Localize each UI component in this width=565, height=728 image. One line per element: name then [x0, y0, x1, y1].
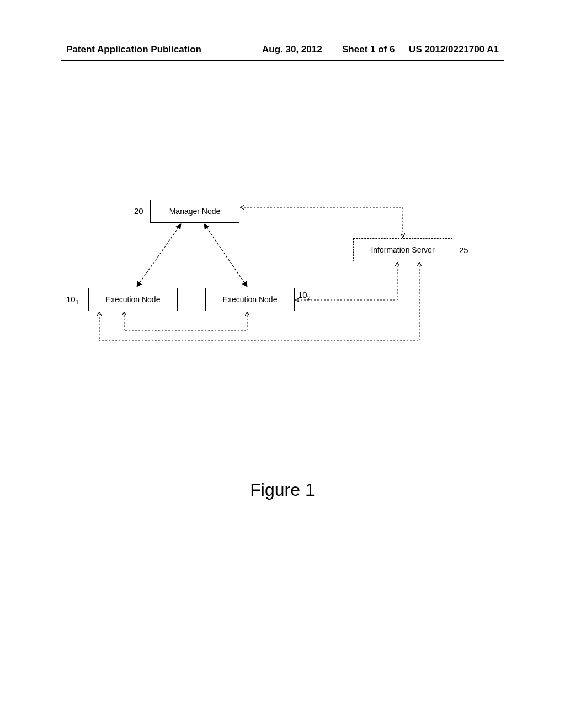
execution-node-2-label: Execution Node	[223, 295, 278, 304]
exec1-ref-base: 10	[66, 295, 76, 304]
header-separator	[61, 60, 504, 61]
information-server-ref: 25	[459, 245, 468, 255]
exec2-ref-sub: 2	[307, 295, 311, 301]
publication-number: US 2012/0221700 A1	[409, 44, 499, 55]
arrow-exec1-exec2	[124, 312, 247, 331]
manager-node-label: Manager Node	[169, 207, 221, 216]
exec1-ref-sub: 1	[76, 299, 79, 306]
arrow-manager-infoserver	[241, 207, 403, 237]
execution-node-1-label: Execution Node	[106, 295, 161, 304]
page: Patent Application Publication Aug. 30, …	[0, 0, 565, 728]
execution-node-2-box: Execution Node	[205, 288, 295, 311]
execution-node-1-box: Execution Node	[88, 288, 178, 311]
execution-node-2-ref: 102	[298, 290, 311, 301]
arrow-manager-exec1	[137, 224, 181, 287]
arrow-infoserver-exec2	[296, 263, 397, 300]
information-server-label: Information Server	[371, 245, 434, 254]
execution-node-1-ref: 101	[66, 295, 79, 306]
publication-date: Aug. 30, 2012	[262, 44, 322, 55]
information-server-box: Information Server	[353, 238, 452, 261]
manager-node-box: Manager Node	[150, 200, 239, 223]
exec2-ref-base: 10	[298, 290, 307, 299]
manager-node-ref: 20	[134, 206, 143, 216]
sheet-indicator: Sheet 1 of 6	[342, 44, 395, 55]
arrow-manager-exec2	[204, 224, 247, 287]
page-header: Patent Application Publication Aug. 30, …	[66, 44, 499, 55]
publication-label: Patent Application Publication	[66, 44, 201, 55]
figure-caption: Figure 1	[0, 480, 565, 500]
